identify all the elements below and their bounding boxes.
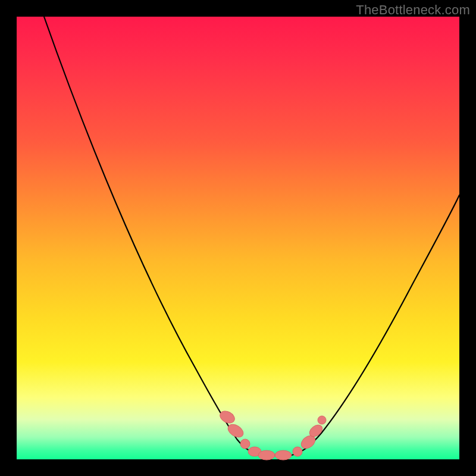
marker-dot	[275, 450, 292, 460]
chart-frame: TheBottleneck.com	[0, 0, 476, 476]
plot-area	[17, 17, 459, 459]
curve-right-branch	[292, 195, 459, 455]
marker-dot	[240, 439, 250, 449]
bottleneck-curve-svg	[17, 17, 459, 459]
watermark-text: TheBottleneck.com	[356, 2, 470, 18]
marker-dot	[318, 416, 326, 424]
marker-dot	[218, 409, 236, 425]
marker-dot	[293, 447, 302, 456]
marker-dot	[258, 450, 275, 460]
curve-left-branch	[44, 17, 261, 455]
trough-markers	[218, 409, 326, 460]
